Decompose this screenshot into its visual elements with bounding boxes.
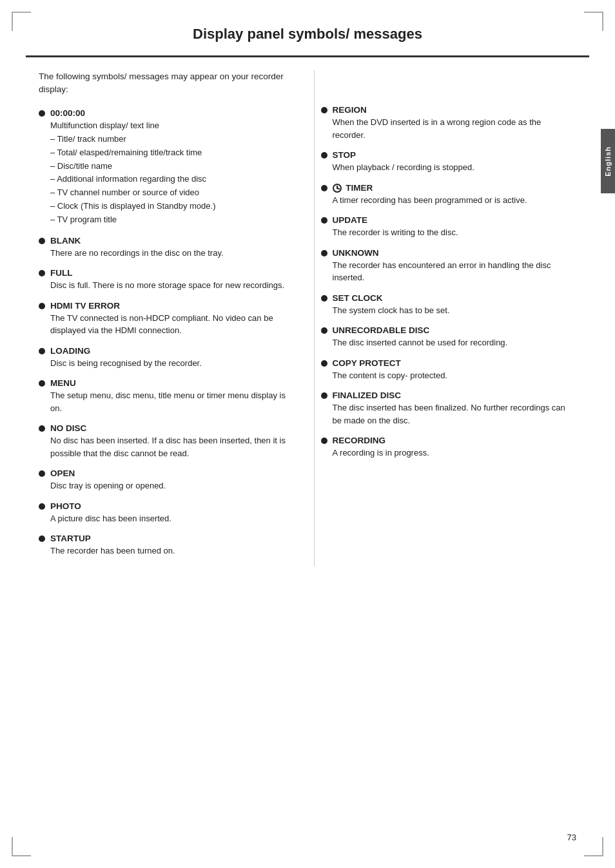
list-item: RECORDING A recording is in progress. — [321, 436, 577, 459]
bullet-icon — [321, 185, 327, 191]
bullet-icon — [39, 110, 45, 117]
item-content: BLANK There are no recordings in the dis… — [50, 236, 295, 260]
item-content: HDMI TV ERROR The TV connected is non-HD… — [50, 301, 295, 337]
item-desc: The setup menu, disc menu, title menu or… — [50, 389, 295, 414]
bullet-icon — [39, 535, 45, 542]
bullet-icon — [39, 238, 45, 244]
item-content: UNRECORDABLE DISC The disc inserted cann… — [333, 325, 577, 349]
item-desc: The recorder has been turned on. — [50, 545, 295, 557]
bullet-icon — [321, 360, 327, 367]
bullet-icon — [39, 348, 45, 354]
corner-mark-br — [584, 837, 603, 856]
item-content: MENU The setup menu, disc menu, title me… — [50, 378, 295, 414]
page-number: 73 — [567, 833, 576, 842]
item-content: PHOTO A picture disc has been inserted. — [50, 501, 295, 525]
bullet-icon — [321, 107, 327, 113]
sub-list-item: Clock (This is displayed in Standby mode… — [50, 200, 295, 213]
item-label: UNRECORDABLE DISC — [333, 325, 577, 335]
item-desc: The content is copy- protected. — [333, 369, 577, 382]
item-content: STOP When playback / recording is stoppe… — [333, 150, 577, 174]
item-content: UNKNOWN The recorder has encountered an … — [333, 248, 577, 284]
list-item: STOP When playback / recording is stoppe… — [321, 150, 577, 174]
item-desc: The recorder has encountered an error in… — [333, 259, 577, 284]
list-item: STARTUP The recorder has been turned on. — [39, 534, 295, 557]
bullet-icon — [321, 217, 327, 224]
bullet-icon — [321, 295, 327, 302]
item-content: UPDATE The recorder is writing to the di… — [333, 215, 577, 239]
list-item: OPEN Disc tray is opening or opened. — [39, 468, 295, 492]
corner-mark-tl — [12, 12, 31, 31]
item-content: OPEN Disc tray is opening or opened. — [50, 468, 295, 492]
list-item: HDMI TV ERROR The TV connected is non-HD… — [39, 301, 295, 337]
item-label: NO DISC — [50, 423, 295, 433]
item-label: FINALIZED DISC — [333, 391, 577, 400]
item-desc: A recording is in progress. — [333, 447, 577, 459]
item-label: COPY PROTECT — [333, 358, 577, 368]
list-item: 00:00:00 Multifunction display/ text lin… — [39, 108, 295, 227]
list-item: UNRECORDABLE DISC The disc inserted cann… — [321, 325, 577, 349]
item-desc: The recorder is writing to the disc. — [333, 226, 577, 239]
list-item: LOADING Disc is being recognised by the … — [39, 346, 295, 370]
side-tab: English — [601, 129, 615, 193]
sub-list-item: Title/ track number — [50, 133, 295, 146]
item-desc: The TV connected is non-HDCP compliant. … — [50, 312, 295, 337]
list-item: FINALIZED DISC The disc inserted has bee… — [321, 391, 577, 427]
item-label: BLANK — [50, 236, 295, 246]
list-item: PHOTO A picture disc has been inserted. — [39, 501, 295, 525]
item-label: REGION — [333, 105, 577, 115]
corner-mark-tr — [584, 12, 603, 31]
item-label: LOADING — [50, 346, 295, 356]
item-content: REGION When the DVD inserted is in a wro… — [333, 105, 577, 141]
item-content: 00:00:00 Multifunction display/ text lin… — [50, 108, 295, 227]
item-label: OPEN — [50, 468, 295, 478]
item-content: SET CLOCK The system clock has to be set… — [333, 293, 577, 317]
item-label: STOP — [333, 150, 577, 160]
bullet-icon — [39, 270, 45, 276]
bullet-icon — [321, 250, 327, 256]
item-desc: Disc tray is opening or opened. — [50, 479, 295, 492]
item-desc: A picture disc has been inserted. — [50, 512, 295, 525]
bullet-icon — [321, 438, 327, 444]
left-column: The following symbols/ messages may appe… — [39, 70, 301, 566]
item-desc: There are no recordings in the disc on t… — [50, 247, 295, 260]
item-content: FULL Disc is full. There is no more stor… — [50, 268, 295, 292]
item-label: SET CLOCK — [333, 293, 577, 303]
item-content: RECORDING A recording is in progress. — [333, 436, 577, 459]
list-item: FULL Disc is full. There is no more stor… — [39, 268, 295, 292]
list-item: UPDATE The recorder is writing to the di… — [321, 215, 577, 239]
list-item: UNKNOWN The recorder has encountered an … — [321, 248, 577, 284]
sub-list-item: Additional information regarding the dis… — [50, 173, 295, 186]
bullet-icon — [39, 470, 45, 477]
list-item: MENU The setup menu, disc menu, title me… — [39, 378, 295, 414]
sub-list-item: TV program title — [50, 213, 295, 227]
sub-list-item: Disc/title name — [50, 160, 295, 173]
item-desc: The disc inserted cannot be used for rec… — [333, 336, 577, 349]
bullet-icon — [321, 327, 327, 334]
sub-list-item: Total/ elasped/remaining title/track tim… — [50, 146, 295, 160]
list-item: SET CLOCK The system clock has to be set… — [321, 293, 577, 317]
list-item: TIMER A timer recording has been program… — [321, 183, 577, 207]
item-label: TIMER — [333, 183, 577, 193]
item-label: MENU — [50, 378, 295, 388]
item-desc: When the DVD inserted is in a wrong regi… — [333, 116, 577, 141]
item-content: LOADING Disc is being recognised by the … — [50, 346, 295, 370]
item-label: HDMI TV ERROR — [50, 301, 295, 311]
item-desc: The system clock has to be set. — [333, 304, 577, 317]
item-label: 00:00:00 — [50, 108, 295, 118]
item-content: STARTUP The recorder has been turned on. — [50, 534, 295, 557]
item-label: UPDATE — [333, 215, 577, 225]
item-desc: No disc has been inserted. If a disc has… — [50, 434, 295, 459]
item-desc: The disc inserted has been finalized. No… — [333, 401, 577, 427]
list-item: NO DISC No disc has been inserted. If a … — [39, 423, 295, 459]
item-desc: Multifunction display/ text line — [50, 119, 295, 132]
item-label: PHOTO — [50, 501, 295, 511]
item-desc: Disc is being recognised by the recorder… — [50, 357, 295, 370]
bullet-icon — [39, 303, 45, 309]
bullet-icon — [321, 152, 327, 159]
item-content: TIMER A timer recording has been program… — [333, 183, 577, 207]
item-label: STARTUP — [50, 534, 295, 543]
bullet-icon — [39, 380, 45, 387]
item-label: UNKNOWN — [333, 248, 577, 258]
right-column: REGION When the DVD inserted is in a wro… — [314, 70, 577, 566]
item-desc: A timer recording has been programmed or… — [333, 194, 577, 207]
